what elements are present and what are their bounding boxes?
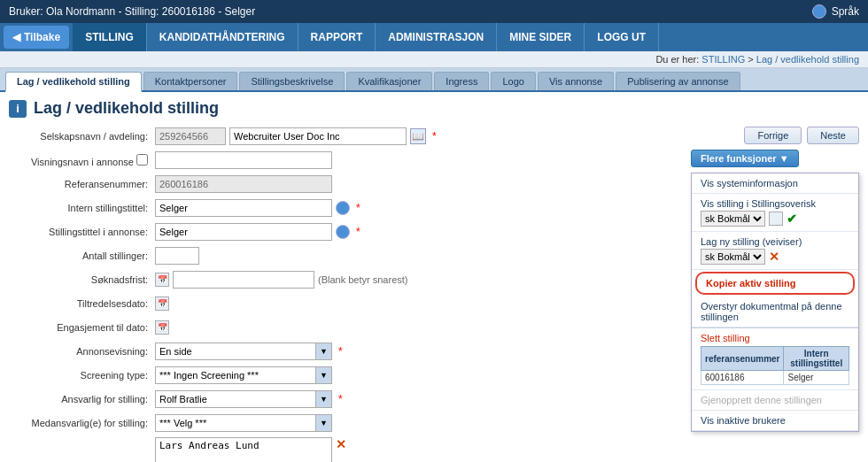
breadcrumb: Du er her: STILLING > Lag / vedlikehold … [0,51,868,68]
blank-betyr: (Blank betyr snarest) [318,274,407,285]
table-cell-ref: 60016186 [701,371,784,385]
required-star4: * [338,345,343,358]
screening-label: Screening type: [9,370,155,381]
stillings-annonse-row: Stillingstittel i annonse: * [9,222,682,242]
nav-buttons-row: Forrige Neste [691,127,859,144]
menu-lag-ny[interactable]: Lag ny stilling (veiviser) sk Bokmål ✕ [692,232,858,270]
stilling-label: Stilling: [125,5,159,18]
ansvarlig-select[interactable]: Rolf Bratlie ▼ [155,390,332,408]
tab-lag-vedlikehold[interactable]: Lag / vedlikehold stilling [5,72,142,92]
lars-remove-icon[interactable]: ✕ [336,437,346,451]
nav-stilling[interactable]: STILLING [73,23,147,51]
tiltredelse-field: 📅 [155,296,682,311]
medansvarlig-value: *** Velg *** [156,418,315,428]
referansenummer-row: Referansenummer: [9,174,682,194]
lang-select2[interactable]: sk Bokmål [701,249,765,265]
ansvarlig-arrow[interactable]: ▼ [315,391,331,407]
globe-small-icon2[interactable] [336,225,350,239]
menu-overstyr[interactable]: Overstyr dokumentmal på denne stillingen [692,296,858,327]
breadcrumb-link2[interactable]: Lag / vedlikehold stilling [756,54,859,65]
medansvarlig-arrow[interactable]: ▼ [315,415,331,431]
main-content: i Lag / vedlikehold stilling Selskapsnav… [0,92,868,462]
annonsevisning-value: En side [156,346,315,357]
tab-publisering[interactable]: Publisering av annonse [616,72,740,90]
stillings-annonse-field: * [155,223,682,241]
referansenummer-label: Referansenummer: [9,179,155,189]
calendar-icon3[interactable]: 📅 [155,320,169,335]
lars-textarea[interactable]: Lars Andreas Lund [155,437,332,462]
required-star5: * [338,393,343,405]
soknadsfrist-input[interactable] [173,271,314,289]
selskapsnavn-id[interactable] [155,127,226,145]
lars-field: Lars Andreas Lund ✕ [155,437,682,462]
screening-select[interactable]: *** Ingen Screening *** ▼ [155,366,332,384]
medansvarlig-select[interactable]: *** Velg *** ▼ [155,414,332,432]
screening-value: *** Ingen Screening *** [156,370,315,381]
lang-select1[interactable]: sk Bokmål [701,211,765,227]
selskapsnavn-row: Selskapsnavn / avdeling: 📖 * [9,127,682,146]
screening-arrow[interactable]: ▼ [315,367,331,383]
book-icon[interactable]: 📖 [410,128,426,144]
neste-button[interactable]: Neste [807,127,859,144]
intern-tittel-input[interactable] [155,199,332,217]
referansenummer-input[interactable] [155,175,332,193]
green-check-icon[interactable]: ✔ [787,212,797,226]
calendar-icon2[interactable]: 📅 [155,296,169,311]
tab-bar: Lag / vedlikehold stilling Kontaktperson… [0,68,868,92]
dropdown-menu: Vis systeminformasjon Vis stilling i Sti… [691,173,859,432]
tab-stillingsbeskrivelse[interactable]: Stillingsbeskrivelse [239,72,345,90]
antall-label: Antall stillinger: [9,250,155,261]
intern-tittel-field: * [155,199,682,217]
back-button[interactable]: ◀ Tilbake [4,26,69,49]
tiltredelse-label: Tiltredelsesdato: [9,298,155,309]
orange-x-icon[interactable]: ✕ [769,250,779,264]
tab-ingress[interactable]: Ingress [434,72,489,90]
menu-gjenopprett: Gjenopprett denne stillingen [692,390,858,411]
ansvarlig-row: Ansvarlig for stilling: Rolf Bratlie ▼ * [9,389,682,409]
visningsnavn-input[interactable] [155,151,332,169]
menu-kopier[interactable]: Kopier aktiv stilling [695,272,855,295]
tab-logo[interactable]: Logo [491,72,535,90]
nav-kandidat[interactable]: KANDIDATHÅNDTERING [147,23,298,51]
intern-tittel-row: Intern stillingstittel: * [9,198,682,218]
sprak-btn[interactable]: Språk [812,4,859,19]
nav-logg-ut[interactable]: LOGG UT [585,23,659,51]
tab-kvalifikasjoner[interactable]: Kvalifikasjoner [346,72,432,90]
flere-funksjoner-button[interactable]: Flere funksjoner ▼ [691,150,799,167]
tiltredelse-row: Tiltredelsesdato: 📅 [9,294,682,313]
annonsevisning-field: En side ▼ * [155,343,682,360]
visningsnavn-label: Visningsnavn i annonse [9,154,155,167]
user-info: Bruker: Ola Nordmann - Stilling: 2600161… [9,5,255,18]
annonsevisning-select[interactable]: En side ▼ [155,343,332,360]
menu-vis-system[interactable]: Vis systeminformasjon [692,173,858,194]
info-icon: i [9,100,27,118]
engasjement-field: 📅 [155,320,682,335]
form-area: Selskapsnavn / avdeling: 📖 * Visningsnav… [9,127,859,462]
tab-vis-annonse[interactable]: Vis annonse [538,72,614,90]
menu-vis-stilling[interactable]: Vis stilling i Stillingsoverisk sk Bokmå… [692,194,858,232]
sprak-label: Språk [832,5,859,18]
selskapsnavn-input[interactable] [229,127,407,145]
calendar-icon1[interactable]: 📅 [155,273,169,287]
nav-rapport[interactable]: RAPPORT [298,23,376,51]
forrige-button[interactable]: Forrige [744,127,802,144]
visningsnavn-checkbox[interactable] [136,154,148,166]
globe-small-icon[interactable] [336,201,350,215]
table-cell-title: Selger [784,371,849,385]
tab-kontaktpersoner[interactable]: Kontaktpersoner [143,72,238,90]
visningsnavn-row: Visningsnavn i annonse [9,150,682,170]
menu-slett[interactable]: Slett stilling referansenummer Intern st… [692,328,858,390]
antall-row: Antall stillinger: [9,246,682,266]
table-header-ref: referansenummer [701,347,784,371]
engasjement-label: Engasjement til dato: [9,322,155,333]
nav-mine-sider[interactable]: MINE SIDER [497,23,585,51]
nav-admin[interactable]: ADMINISTRASJON [376,23,497,51]
breadcrumb-link1[interactable]: STILLING [701,54,745,65]
menu-vis-inaktive[interactable]: Vis inaktive brukere [692,411,858,431]
antall-input[interactable] [155,247,199,265]
stillings-annonse-input[interactable] [155,223,332,241]
annonsevisning-arrow[interactable]: ▼ [315,343,331,359]
required-star3: * [356,226,360,238]
page-title-row: i Lag / vedlikehold stilling [9,99,859,118]
small-checkbox1[interactable] [769,212,783,226]
